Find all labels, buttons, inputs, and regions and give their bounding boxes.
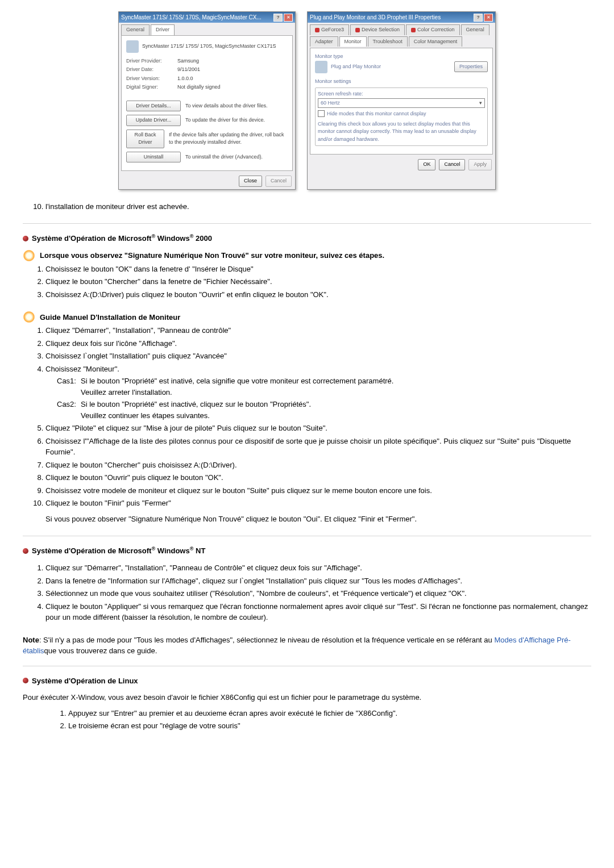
list-item: Choisissez "Moniteur". Cas1: Si le bouto… [45,364,591,422]
list-item: Cliquez le bouton "Chercher" dans la fen… [45,276,591,287]
help-icon[interactable]: ? [474,14,483,22]
window-buttons: ? ✕ [273,14,293,22]
hide-modes-label: Hide modes that this monitor cannot disp… [327,110,426,118]
cancel-button: Cancel [265,176,292,187]
sun-icon [23,311,35,323]
driver-details-desc: To view details about the driver files. [185,102,268,110]
apply-button: Apply [468,159,492,170]
guide-steps: Cliquez "Démarrer", "Installation", "Pan… [23,325,591,524]
uninstall-desc: To uninstall the driver (Advanced). [185,153,263,161]
nvidia-icon [411,28,416,32]
case-text: Veuillez arreter l'installation. [81,387,393,398]
subhead-guide: Guide Manuel D'Installation de Moniteur [23,311,591,323]
list-item: Cliquez sur "Démarrer", "Installation", … [45,562,591,574]
list-item: Choisissez l`onglet "Installation" puis … [45,350,591,362]
tab-color-management[interactable]: Color Management [409,36,463,47]
list-item: Cliquez le bouton "Appliquer" si vous re… [45,601,591,623]
list-item: Sélectionnez un mode que vous souhaitez … [45,588,591,599]
device-name: SyncMaster 171S/ 175S/ 170S, MagicSyncMa… [142,43,276,51]
divider [23,666,591,666]
provider-label: Driver Provider: [126,57,177,65]
sun-icon [23,250,35,261]
tab-general[interactable]: General [121,24,150,35]
case-text: Si le bouton "Propriété" est inactivé, c… [81,399,311,410]
rollback-driver-desc: If the device fails after updating the d… [169,131,288,147]
driver-details-button[interactable]: Driver Details... [126,101,181,112]
dialog-titlebar: Plug and Play Monitor and 3D Prophet III… [308,12,495,23]
signature-tail-note: Si vous pouvez observer "Signature Numér… [45,514,591,525]
dialog-body: SyncMaster 171S/ 175S/ 170S, MagicSyncMa… [121,35,293,172]
dialog-title: Plug and Play Monitor and 3D Prophet III… [310,13,441,22]
chevron-down-icon: ▾ [479,99,482,107]
monitor-type-label: Monitor type [315,53,488,61]
bullet-icon [23,236,28,241]
dialog-titlebar: SyncMaster 171S/ 175S/ 170S, MagicSyncMa… [119,12,295,23]
refresh-rate-value: 60 Hertz [321,99,340,107]
nvidia-icon [315,28,320,32]
signature-steps: Choisissez le bouton "OK" dans la fenetr… [23,264,591,301]
window-buttons: ? ✕ [474,14,493,22]
uninstall-button[interactable]: Uninstall [126,152,181,163]
version-value: 1.0.0.0 [177,75,193,83]
tab-device-selection[interactable]: Device Selection [350,24,405,35]
nvidia-icon [355,28,360,32]
help-icon[interactable]: ? [273,14,283,22]
hide-modes-checkbox[interactable]: Hide modes that this monitor cannot disp… [318,110,485,118]
list-item: Cliquez "Démarrer", "Installation", "Pan… [45,325,591,336]
list-item: Appuyez sur "Entrer" au premier et au de… [68,708,591,719]
winnt-note: Note: S'il n'y a pas de mode pour "Tous … [23,635,591,657]
document-page: SyncMaster 171S/ 175S/ 170S, MagicSyncMa… [0,0,614,754]
ok-button[interactable]: OK [418,159,435,170]
tab-driver[interactable]: Driver [151,24,175,35]
tab-troubleshoot[interactable]: Troubleshoot [368,36,408,47]
case-text: Si le bouton "Propriété" est inativé, ce… [81,375,393,387]
divider [23,223,591,224]
case-text: Veuillez continuer les étapes suivantes. [81,410,311,422]
date-value: 9/11/2001 [177,66,200,74]
dialog-body: Monitor type Plug and Play Monitor Prope… [310,48,493,155]
monitor-settings-group: Screen refresh rate: 60 Hertz ▾ Hide mod… [315,87,488,146]
tab-geforce3[interactable]: GeForce3 [310,24,349,35]
list-item: Cliquez "Pilote" et cliquez sur "Mise à … [45,423,591,434]
refresh-rate-select[interactable]: 60 Hertz ▾ [318,98,485,108]
monitor-settings-label: Monitor settings [315,78,488,86]
version-label: Driver Version: [126,75,177,83]
subhead-signature: Lorsque vous observez "Signature Numériq… [23,250,591,261]
tab-general[interactable]: General [461,24,489,35]
rollback-driver-button[interactable]: Roll Back Driver [126,130,164,148]
case-label: Cas2: [57,399,76,421]
cancel-button[interactable]: Cancel [439,159,465,170]
monitor-icon [126,40,139,53]
divider [23,536,591,536]
signer-value: Not digitally signed [177,84,221,91]
list-item: Choisissez votre modele de moniteur et c… [45,485,591,496]
update-driver-desc: To update the driver for this device. [185,116,265,124]
close-icon[interactable]: ✕ [284,14,293,22]
close-button[interactable]: Close [239,176,262,187]
checkbox-icon [318,110,325,117]
driver-properties-dialog: SyncMaster 171S/ 175S/ 170S, MagicSyncMa… [118,11,296,190]
list-item: Choisissez A:(D:\Driver) puis cliquez le… [45,289,591,301]
monitor-icon [315,61,327,73]
list-item: Dans la fenetre de "Information sur l'Af… [45,575,591,587]
monitor-properties-dialog: Plug and Play Monitor and 3D Prophet III… [307,11,496,190]
properties-button[interactable]: Properties [454,61,488,73]
section-title-win2000: Système d'Opération de Microsoft® Window… [23,233,591,244]
list-item: Cliquez deux fois sur l'icône "Affichage… [45,338,591,349]
tab-adapter[interactable]: Adapter [310,36,338,47]
list-item: Le troisieme écran est pour "réglage de … [68,720,591,732]
dialog-footer: OK Cancel Apply [308,157,495,173]
dialog-tabs: General Driver [119,23,295,35]
case-label: Cas1: [57,375,76,398]
tab-color-correction[interactable]: Color Correction [406,24,460,35]
refresh-rate-label: Screen refresh rate: [318,90,485,98]
dialog-footer: Close Cancel [119,173,295,189]
tab-monitor[interactable]: Monitor [339,36,367,47]
section-title-winnt: Système d'Opération de Microsoft® Window… [23,545,591,557]
update-driver-button[interactable]: Update Driver... [126,115,181,126]
dialog-tabs: GeForce3 Device Selection Color Correcti… [308,23,495,48]
provider-value: Samsung [177,57,199,65]
close-icon[interactable]: ✕ [484,14,493,22]
bullet-icon [23,678,28,683]
list-item: Choisissez l'"Affichage de la liste des … [45,436,591,458]
